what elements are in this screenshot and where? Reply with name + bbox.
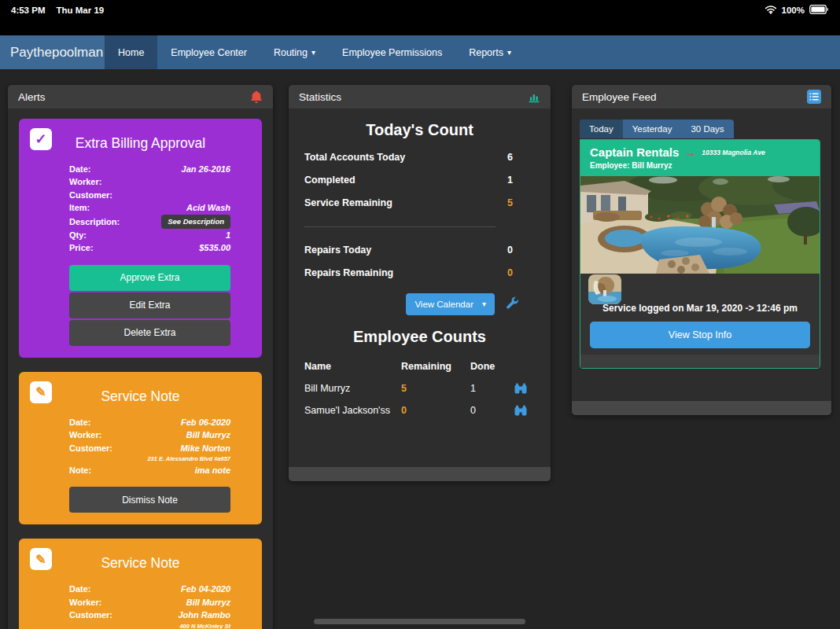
tab-today[interactable]: Today — [580, 120, 623, 138]
stat-row: Service Remaining5 — [304, 197, 535, 220]
todays-count-heading: Today's Count — [289, 121, 551, 139]
see-description-badge[interactable]: See Description — [161, 215, 230, 229]
brand-logo[interactable]: Paythepoolman+ — [0, 35, 105, 69]
stop-customer-name: Captain Rentals — [590, 145, 679, 159]
field-row: Customer: — [69, 189, 230, 201]
stop-card-lower: Service logged on Mar 19, 2020 -> 12:46 … — [580, 274, 820, 355]
extra-billing-card: ✓ Extra Billing Approval Date:Jan 26-201… — [19, 119, 262, 358]
field-row: Description:See Description — [69, 215, 230, 229]
nav-item-employee-center[interactable]: Employee Center — [157, 35, 260, 69]
service-note-title: Service Note — [19, 555, 262, 572]
service-photo-thumbnail[interactable] — [588, 274, 621, 304]
field-row: Date:Jan 26-2016 — [69, 163, 230, 175]
table-header-row: Name Remaining Done — [304, 355, 535, 377]
feed-stop-card: Captain Rentals → 10333 Magnolia Ave Emp… — [580, 139, 820, 369]
binoculars-icon[interactable] — [514, 405, 535, 416]
status-bar: 4:53 PM Thu Mar 19 100% — [0, 0, 840, 20]
employee-counts-table: Name Remaining Done Bill Murryz 5 1 Samu… — [304, 355, 535, 421]
statistics-panel: Statistics Today's Count Total Accounts … — [289, 85, 551, 481]
main-content: Alerts ✓ Extra Billing Approval Date:Jan… — [0, 69, 840, 629]
dismiss-note-button[interactable]: Dismiss Note — [69, 487, 230, 513]
extra-billing-title: Extra Billing Approval — [19, 135, 262, 152]
pencil-icon: ✎ — [30, 548, 52, 570]
field-row: Worker:Bill Murryz — [69, 596, 230, 609]
customer-address: 231 E. Alessandro Blvd #a657 — [69, 454, 230, 464]
chevron-down-icon: ▾ — [482, 300, 486, 308]
nav-item-reports[interactable]: Reports ▾ — [455, 35, 525, 69]
service-note-card: ✎ Service Note Date:Feb 04-2020 Worker:B… — [19, 539, 262, 629]
status-date: Thu Mar 19 — [56, 6, 104, 15]
table-row: Bill Murryz 5 1 — [304, 377, 535, 399]
stat-row: Total Accounts Today6 — [304, 152, 535, 175]
tab-yesterday[interactable]: Yesterday — [623, 120, 682, 138]
field-row: Date:Feb 04-2020 — [69, 583, 230, 595]
service-note-title: Service Note — [19, 388, 262, 405]
service-logged-text: Service logged on Mar 19, 2020 -> 12:46 … — [580, 303, 820, 314]
view-calendar-button[interactable]: View Calendar ▾ — [406, 293, 495, 315]
employee-feed-title: Employee Feed — [582, 91, 657, 103]
stop-employee: Employee: Bill Murryz — [590, 161, 810, 170]
employee-counts-heading: Employee Counts — [289, 328, 551, 346]
pencil-icon: ✎ — [30, 381, 52, 403]
alerts-panel-body: ✓ Extra Billing Approval Date:Jan 26-201… — [8, 109, 273, 629]
delete-extra-button[interactable]: Delete Extra — [69, 320, 230, 346]
field-row: Price:$535.00 — [69, 241, 230, 254]
statistics-panel-footer — [289, 467, 551, 481]
field-row: Customer:Mike Norton — [69, 442, 230, 454]
stat-row: Repairs Today0 — [304, 245, 535, 267]
view-stop-info-button[interactable]: View Stop Info — [590, 322, 810, 348]
employee-feed-panel-header: Employee Feed — [572, 85, 831, 109]
stop-card-footer — [580, 355, 820, 368]
field-row: Date:Feb 06-2020 — [69, 416, 230, 429]
navbar: Paythepoolman+ Home Employee Center Rout… — [0, 35, 840, 69]
nav-item-home[interactable]: Home — [105, 35, 157, 69]
stat-row: Completed1 — [304, 175, 535, 197]
nav-item-employee-permissions[interactable]: Employee Permissions — [329, 35, 455, 69]
service-note-card: ✎ Service Note Date:Feb 06-2020 Worker:B… — [19, 372, 262, 525]
bar-chart-icon[interactable] — [529, 91, 540, 103]
checkbox-checked-icon[interactable]: ✓ — [30, 128, 52, 150]
feed-tabs: Today Yesterday 30 Days — [580, 120, 734, 138]
employee-feed-panel: Employee Feed Today Yesterday 30 Days Ca… — [572, 85, 831, 415]
alerts-title: Alerts — [18, 91, 46, 103]
wifi-icon — [764, 5, 777, 16]
field-row: Customer:John Rambo — [69, 609, 230, 621]
alerts-panel: Alerts ✓ Extra Billing Approval Date:Jan… — [8, 85, 273, 629]
bell-icon[interactable] — [250, 90, 263, 104]
nav-item-routing[interactable]: Routing ▾ — [260, 35, 329, 69]
alerts-panel-header: Alerts — [8, 85, 273, 109]
chevron-down-icon: ▾ — [311, 49, 315, 57]
battery-icon — [809, 5, 829, 16]
customer-address: 400 N McKinley St — [69, 622, 230, 629]
divider — [304, 226, 496, 227]
pool-photo[interactable] — [580, 176, 820, 274]
statistics-panel-header: Statistics — [289, 85, 551, 109]
statistics-panel-body: Today's Count Total Accounts Today6 Comp… — [289, 109, 551, 467]
tab-30-days[interactable]: 30 Days — [681, 120, 733, 138]
approve-extra-button[interactable]: Approve Extra — [69, 265, 230, 291]
field-row: Worker: — [69, 175, 230, 188]
employee-feed-panel-footer — [572, 401, 831, 415]
chevron-down-icon: ▾ — [507, 49, 511, 57]
edit-extra-button[interactable]: Edit Extra — [69, 292, 230, 318]
battery-percent: 100% — [782, 6, 805, 15]
horizontal-scrollbar[interactable] — [314, 619, 525, 624]
statistics-title: Statistics — [299, 91, 341, 103]
stat-row: Repairs Remaining0 — [304, 267, 535, 290]
stop-card-header: Captain Rentals → 10333 Magnolia Ave Emp… — [580, 140, 820, 176]
employee-feed-panel-body: Today Yesterday 30 Days Captain Rentals … — [572, 109, 831, 401]
arrow-right-icon: → — [684, 146, 696, 158]
stop-address: 10333 Magnolia Ave — [702, 149, 764, 156]
binoculars-icon[interactable] — [514, 383, 535, 394]
field-row: Note:ima note — [69, 464, 230, 476]
status-time: 4:53 PM — [11, 6, 45, 15]
wrench-icon[interactable] — [506, 296, 519, 313]
table-row: Samue'l Jackson'ss 0 0 — [304, 399, 535, 421]
field-row: Item:Acid Wash — [69, 201, 230, 214]
field-row: Qty:1 — [69, 229, 230, 241]
field-row: Worker:Bill Murryz — [69, 429, 230, 441]
list-icon[interactable] — [807, 90, 821, 104]
